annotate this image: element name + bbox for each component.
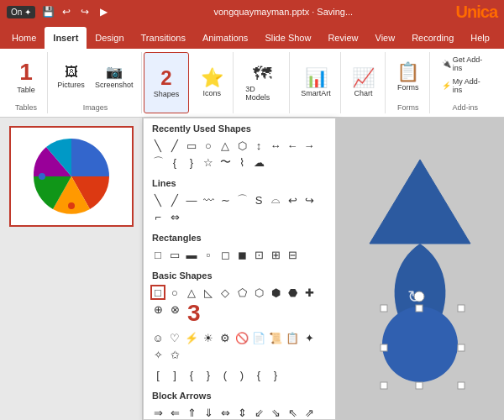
table-button[interactable]: 1 Table (11, 59, 41, 96)
rect-plain[interactable]: □ (150, 247, 165, 262)
basic-b3[interactable]: { (184, 367, 199, 382)
line-arrow2[interactable]: ↪ (302, 192, 317, 207)
basic-scroll[interactable]: 📜 (268, 330, 283, 345)
smartart-button[interactable]: 📊 SmartArt (297, 67, 334, 99)
slide-thumbnail[interactable] (9, 126, 134, 227)
basic-pentagon[interactable]: ⬠ (234, 285, 249, 300)
shape-brace-right[interactable]: } (184, 155, 199, 170)
basic-oct[interactable]: ⬣ (285, 285, 300, 300)
pictures-button[interactable]: 🖼 Pictures (54, 64, 88, 91)
tab-review[interactable]: Review (319, 27, 366, 49)
basic-heart[interactable]: ♡ (167, 330, 182, 345)
redo-icon[interactable]: ↪ (77, 4, 92, 19)
basic-cross[interactable]: ✚ (302, 285, 317, 300)
rect-wide[interactable]: ▭ (167, 247, 182, 262)
line-diag[interactable]: ╱ (167, 192, 182, 207)
rect-minus[interactable]: ⊟ (285, 247, 300, 262)
rect-small[interactable]: ▫ (201, 247, 216, 262)
line-arc[interactable]: ⌒ (234, 192, 249, 207)
shape-hex[interactable]: ⬡ (234, 138, 249, 153)
basic-b2[interactable]: ] (167, 367, 182, 382)
shape-brace-left[interactable]: { (167, 155, 182, 170)
basic-smile[interactable]: ☺ (150, 330, 165, 345)
3dmodels-button[interactable]: 🗺 3D Models (242, 63, 282, 103)
shapes-button[interactable]: 2 Shapes (150, 66, 183, 100)
basic-tri[interactable]: △ (184, 285, 199, 300)
basic-hept[interactable]: ⬢ (268, 285, 283, 300)
tab-view[interactable]: View (367, 27, 404, 49)
line-curve1[interactable]: ∼ (218, 192, 233, 207)
toggle-button[interactable]: On ✦ (7, 6, 35, 18)
tab-animations[interactable]: Animations (194, 27, 256, 49)
basic-b5[interactable]: ( (218, 367, 233, 382)
tab-design[interactable]: Design (87, 27, 132, 49)
basic-x[interactable]: ⊗ (167, 302, 182, 317)
shape-star[interactable]: ☆ (201, 155, 216, 170)
tab-insert[interactable]: Insert (45, 27, 87, 49)
shape-arc1[interactable]: ⌒ (150, 155, 165, 170)
basic-b4[interactable]: } (201, 367, 216, 382)
basic-b7[interactable]: { (251, 367, 266, 382)
barrow-ul[interactable]: ⇖ (285, 405, 300, 420)
tab-help[interactable]: Help (462, 27, 498, 49)
line-s[interactable]: S (251, 192, 266, 207)
basic-diamond[interactable]: ◇ (218, 285, 233, 300)
line-horiz[interactable]: — (184, 192, 199, 207)
line-wave[interactable]: 〰 (201, 192, 216, 207)
basic-b6[interactable]: ) (234, 367, 249, 382)
chart-button[interactable]: 📈 Chart (349, 67, 379, 99)
basic-star5[interactable]: ✧ (150, 347, 165, 362)
screenshot-button[interactable]: 📷 Screenshot (92, 64, 137, 91)
barrow-l[interactable]: ⇐ (167, 405, 182, 420)
basic-doc[interactable]: 📄 (251, 330, 266, 345)
basic-rect[interactable]: □ (150, 285, 165, 300)
tab-home[interactable]: Home (3, 27, 45, 49)
shape-line-diag2[interactable]: ╱ (167, 138, 182, 153)
shape-arrow-ud[interactable]: ↕ (251, 138, 266, 153)
rect-grid[interactable]: ⊡ (251, 247, 266, 262)
save-icon[interactable]: 💾 (40, 4, 55, 19)
basic-b8[interactable]: } (268, 367, 283, 382)
shape-arrow-right[interactable]: → (302, 138, 317, 153)
rect-snip[interactable]: ◻ (218, 247, 233, 262)
present-icon[interactable]: ▶ (96, 4, 111, 19)
barrow-ur[interactable]: ⇗ (302, 405, 317, 420)
basic-lightning[interactable]: ⚡ (184, 330, 199, 345)
undo-icon[interactable]: ↩ (59, 4, 74, 19)
line-bend[interactable]: ⌓ (268, 192, 283, 207)
basic-plus[interactable]: ⊕ (150, 302, 165, 317)
barrow-dr[interactable]: ⇘ (268, 405, 283, 420)
shape-triangle[interactable]: △ (218, 138, 233, 153)
tab-transitions[interactable]: Transitions (133, 27, 194, 49)
line-elbow[interactable]: ⌐ (150, 209, 165, 224)
basic-b1[interactable]: [ (150, 367, 165, 382)
barrow-d[interactable]: ⇓ (201, 405, 216, 420)
tab-recording[interactable]: Recording (403, 27, 462, 49)
shape-line-diag1[interactable]: ╲ (150, 138, 165, 153)
tab-slideshow[interactable]: Slide Show (256, 27, 319, 49)
barrow-r[interactable]: ⇒ (150, 405, 165, 420)
forms-button[interactable]: 📋 Forms (393, 61, 423, 93)
basic-sun[interactable]: ☀ (201, 330, 216, 345)
shape-wavy[interactable]: 〜 (218, 155, 233, 170)
basic-hexagon[interactable]: ⬡ (251, 285, 266, 300)
shape-cloud[interactable]: ☁ (251, 155, 266, 170)
basic-no[interactable]: 🚫 (234, 330, 249, 345)
line-double[interactable]: ⇔ (167, 209, 182, 224)
basic-star6[interactable]: ✩ (167, 347, 182, 362)
basic-star4[interactable]: ✦ (302, 330, 317, 345)
basic-gear[interactable]: ⚙ (218, 330, 233, 345)
get-addins-button[interactable]: 🔌 Get Add-ins (438, 54, 492, 74)
my-addins-button[interactable]: ⚡ My Add-ins (438, 76, 492, 96)
line-arrow1[interactable]: ↩ (285, 192, 300, 207)
rect-plus[interactable]: ⊞ (268, 247, 283, 262)
barrow-dl[interactable]: ⇙ (251, 405, 266, 420)
shape-arrow-left[interactable]: ← (285, 138, 300, 153)
shape-rect[interactable]: ▭ (184, 138, 199, 153)
barrow-lr[interactable]: ⇔ (218, 405, 233, 420)
basic-oval[interactable]: ○ (167, 285, 182, 300)
shapes-dropdown[interactable]: Recently Used Shapes ╲ ╱ ▭ ○ △ ⬡ ↕ ↔ ← →… (143, 118, 336, 420)
basic-rtri[interactable]: ◺ (201, 285, 216, 300)
rect-fill[interactable]: ◼ (234, 247, 249, 262)
barrow-ud[interactable]: ⇕ (234, 405, 249, 420)
